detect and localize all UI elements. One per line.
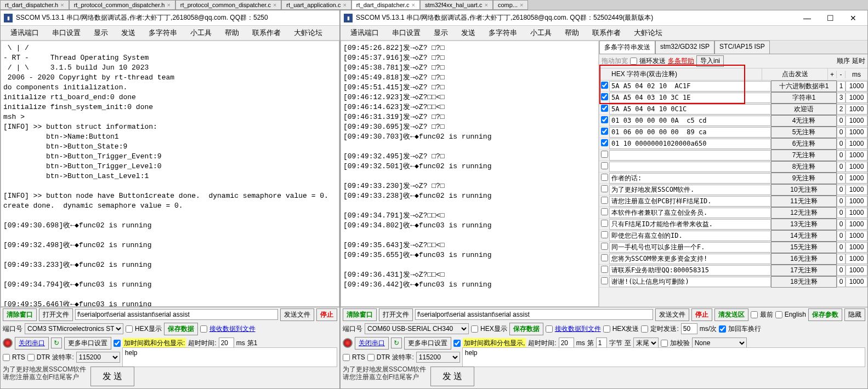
hex-row-checkbox[interactable] (601, 128, 608, 135)
checksum-select[interactable]: None (692, 337, 747, 348)
rts-checkbox-2[interactable] (343, 354, 350, 361)
hex-seq-input[interactable] (837, 208, 846, 218)
english-checkbox[interactable] (775, 311, 782, 318)
close-icon[interactable]: × (167, 2, 170, 8)
hex-string-input[interactable] (609, 277, 771, 287)
hex-delay-input[interactable] (846, 254, 867, 264)
rts-checkbox[interactable] (3, 354, 10, 361)
hex-seq-input[interactable] (837, 139, 846, 149)
dtr-checkbox[interactable] (27, 354, 35, 361)
hex-row-checkbox[interactable] (601, 243, 608, 250)
editor-tab[interactable]: rt_uart_application.c× (281, 0, 351, 10)
timeout-input[interactable] (219, 337, 234, 348)
timed-send-checkbox[interactable] (641, 325, 648, 333)
hex-string-input[interactable] (609, 219, 771, 230)
menu-item[interactable]: 显示 (88, 27, 114, 39)
stop-button[interactable]: 停止 (691, 308, 712, 321)
close-icon[interactable]: × (484, 2, 487, 8)
editor-tab[interactable]: rt_dart_dispatcher.c× (351, 0, 420, 10)
menu-item[interactable]: 串口设置 (47, 27, 86, 39)
hex-seq-input[interactable] (837, 116, 846, 126)
hex-send-button[interactable]: 11无注释 (771, 196, 837, 207)
hex-seq-input[interactable] (837, 127, 846, 138)
hex-delay-input[interactable] (846, 127, 867, 138)
hide-button[interactable]: 隐藏 (844, 308, 865, 321)
hex-string-input[interactable] (609, 208, 771, 218)
hex-row-checkbox[interactable] (601, 162, 608, 169)
hex-row-checkbox[interactable] (601, 277, 608, 284)
hex-string-input[interactable] (609, 139, 771, 149)
save-data-button-2[interactable]: 保存数据 (509, 323, 543, 335)
hex-delay-input[interactable] (846, 265, 867, 276)
file-path-input[interactable] (415, 309, 653, 320)
terminal-2[interactable]: [09:45:26.822]发→◇Z? □?□ [09:45:37.916]发→… (341, 41, 599, 307)
hex-delay-input[interactable] (846, 150, 867, 161)
hex-row-checkbox[interactable] (601, 208, 608, 215)
close-icon[interactable]: × (411, 2, 415, 8)
hex-send-button[interactable]: 13无注释 (771, 219, 837, 230)
menu-item[interactable]: 显示 (428, 27, 453, 39)
send-button-1[interactable]: 发 送 (90, 367, 134, 386)
hex-send-button[interactable]: 15无注释 (771, 242, 837, 253)
hex-string-input[interactable] (609, 173, 771, 184)
hex-delay-input[interactable] (846, 208, 867, 218)
timed-value-input[interactable] (681, 323, 697, 334)
add-row-button[interactable]: + (828, 71, 837, 78)
hex-string-input[interactable] (609, 196, 771, 207)
hex-send-button[interactable]: 5无注释 (771, 127, 837, 138)
file-path-input[interactable] (75, 309, 278, 320)
hex-delay-input[interactable] (846, 219, 867, 230)
close-button[interactable]: ✕ (842, 12, 864, 25)
hex-delay-input[interactable] (846, 185, 867, 195)
hex-row-checkbox[interactable] (601, 174, 608, 181)
hex-seq-input[interactable] (837, 231, 846, 241)
hex-send-button[interactable]: 16无注释 (771, 253, 837, 265)
more-settings-button[interactable]: 更多串口设置 (64, 337, 111, 350)
hex-send-button[interactable]: 14无注释 (771, 230, 837, 242)
hex-delay-input[interactable] (846, 173, 867, 184)
clear-send-area[interactable]: 清发送区 (714, 308, 748, 321)
terminal-1[interactable]: \ | / - RT - Thread Operating System / |… (1, 41, 339, 307)
hex-seq-input[interactable] (837, 196, 846, 207)
editor-tab[interactable]: stm32f4xx_hal_uart.c× (420, 0, 493, 10)
menu-item[interactable]: 多字符串 (483, 27, 523, 39)
menu-item[interactable]: 小工具 (185, 27, 217, 39)
recv-file-checkbox-2[interactable] (546, 325, 553, 333)
baud-select-2[interactable]: 115200 (416, 352, 460, 363)
menu-item[interactable]: 大虾论坛 (288, 27, 328, 39)
hex-string-input[interactable] (609, 185, 771, 195)
hex-send-button[interactable]: 17无注释 (771, 265, 837, 276)
timestamp-checkbox[interactable] (114, 340, 121, 347)
hex-seq-input[interactable] (837, 185, 846, 195)
minimize-button[interactable]: ― (796, 12, 818, 25)
save-data-button[interactable]: 保存数据 (164, 323, 198, 335)
hex-send-button[interactable]: 十六进制数据串1 (771, 81, 837, 92)
hex-delay-input[interactable] (846, 93, 867, 103)
hex-string-input[interactable] (609, 81, 771, 91)
hex-row-checkbox[interactable] (601, 82, 608, 89)
open-file-button[interactable]: 打开文件 (39, 308, 73, 321)
hex-seq-input[interactable] (837, 219, 846, 230)
menu-item[interactable]: 大虾论坛 (628, 27, 668, 39)
baud-select[interactable]: 115200 (76, 352, 120, 363)
hex-seq-input[interactable] (837, 173, 846, 184)
hex-string-input[interactable] (609, 127, 771, 138)
loop-send-checkbox[interactable] (630, 58, 637, 65)
hex-delay-input[interactable] (846, 81, 867, 91)
hex-send-button[interactable]: 欢迎语 (771, 104, 837, 115)
send-file-button[interactable]: 发送文件 (280, 308, 314, 321)
hex-delay-input[interactable] (846, 162, 867, 172)
dtr-checkbox-2[interactable] (367, 354, 375, 361)
hex-delay-input[interactable] (846, 231, 867, 241)
hex-string-input[interactable] (609, 231, 771, 241)
panel-tab[interactable]: STC/IAP15 ISP (714, 41, 770, 54)
hex-string-input[interactable] (609, 93, 771, 103)
hex-show-checkbox-2[interactable] (471, 325, 478, 333)
menu-item[interactable]: 帮助 (219, 27, 245, 39)
hex-send-button[interactable]: 18无注释 (771, 276, 837, 288)
hex-delay-input[interactable] (846, 116, 867, 126)
more-settings-button-2[interactable]: 更多串口设置 (404, 337, 451, 350)
editor-tab[interactable]: rt_dart_dispatcher.h× (0, 0, 69, 10)
hex-row-checkbox[interactable] (601, 254, 608, 261)
topmost-checkbox[interactable] (751, 311, 758, 318)
